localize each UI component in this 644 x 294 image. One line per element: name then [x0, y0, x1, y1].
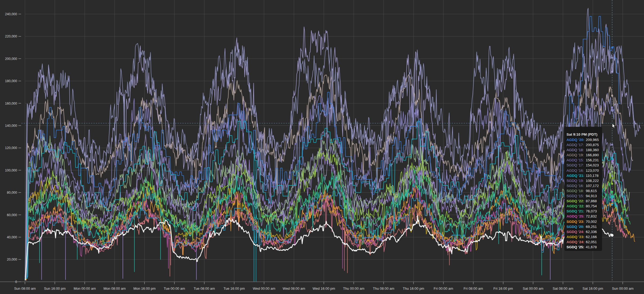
svg-text:Tue 00:00 am: Tue 00:00 am: [164, 287, 185, 291]
svg-text:Fri 16:00 pm: Fri 16:00 pm: [493, 287, 513, 291]
svg-text:Wed 16:00 pm: Wed 16:00 pm: [313, 287, 335, 291]
svg-text:Fri 08:00 am: Fri 08:00 am: [463, 287, 483, 291]
svg-text:Thu 00:00 am: Thu 00:00 am: [343, 287, 364, 291]
svg-text:Thu 08:00 am: Thu 08:00 am: [373, 287, 394, 291]
svg-text:Sat 16:00 pm: Sat 16:00 pm: [583, 287, 603, 291]
svg-text:Wed 08:00 am: Wed 08:00 am: [283, 287, 305, 291]
svg-text:Tue 16:00 pm: Tue 16:00 pm: [224, 287, 245, 291]
svg-text:Sun 16:00 pm: Sun 16:00 pm: [44, 287, 66, 291]
svg-text:20,000: 20,000: [7, 258, 17, 261]
svg-text:120,000: 120,000: [5, 146, 17, 150]
svg-text:Sat 00:00 am: Sat 00:00 am: [523, 287, 543, 291]
svg-text:60,000: 60,000: [7, 213, 17, 217]
svg-text:220,000: 220,000: [5, 35, 17, 38]
svg-text:Mon 16:00 pm: Mon 16:00 pm: [133, 287, 155, 291]
svg-text:140,000: 140,000: [5, 124, 17, 128]
svg-text:Thu 16:00 pm: Thu 16:00 pm: [403, 287, 424, 291]
svg-text:Sun 08:00 am: Sun 08:00 am: [14, 287, 36, 291]
svg-text:Sat 08:00 am: Sat 08:00 am: [553, 287, 573, 291]
svg-text:Fri 00:00 am: Fri 00:00 am: [434, 287, 453, 291]
svg-text:Mon 08:00 am: Mon 08:00 am: [104, 287, 126, 291]
svg-text:240,000: 240,000: [5, 12, 17, 16]
svg-text:80,000: 80,000: [7, 191, 17, 194]
svg-text:200,000: 200,000: [5, 57, 17, 61]
svg-text:Mon 00:00 am: Mon 00:00 am: [74, 287, 96, 291]
svg-text:Sun 00:00 am: Sun 00:00 am: [612, 287, 634, 291]
svg-text:180,000: 180,000: [5, 79, 17, 83]
svg-text:0: 0: [15, 280, 17, 284]
svg-text:160,000: 160,000: [5, 102, 17, 105]
svg-text:100,000: 100,000: [5, 169, 17, 172]
svg-text:40,000: 40,000: [7, 235, 17, 239]
svg-text:Tue 08:00 am: Tue 08:00 am: [194, 287, 215, 291]
svg-text:Wed 00:00 am: Wed 00:00 am: [253, 287, 275, 291]
